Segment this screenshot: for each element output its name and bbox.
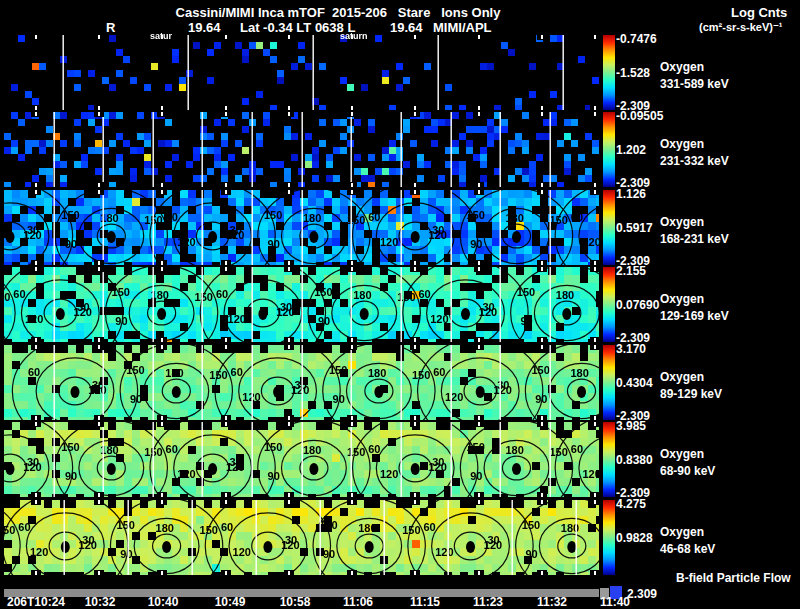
- spectrogram-panel-2: [4, 112, 599, 187]
- time-label-5: 11:06: [343, 595, 373, 609]
- panel-6-energy: 68-90 keV: [660, 464, 715, 478]
- time-label-7: 11:23: [473, 595, 503, 609]
- panel-7-cbar-min: 2.309: [627, 587, 657, 601]
- panel-3-image: [4, 190, 599, 265]
- panel-5-cbar-mid: 0.4304: [616, 376, 653, 390]
- time-label-3: 10:49: [215, 595, 246, 609]
- panel-3-energy: 168-231 keV: [660, 232, 729, 246]
- panel-6-colorbar: [603, 422, 615, 497]
- panel-3-cbar-mid: 0.5917: [616, 221, 653, 235]
- orbit-params: Lat -0.34 LT 0638 L: [240, 20, 355, 35]
- panel-3-cbar-max: 1.126: [616, 187, 646, 201]
- panel-1-energy: 331-589 keV: [660, 77, 729, 91]
- panel-2-energy: 231-332 keV: [660, 154, 729, 168]
- panel-7-cbar-max: 4.275: [616, 497, 646, 511]
- panel-1-colorbar: [603, 35, 615, 110]
- time-label-6: 11:15: [410, 595, 440, 609]
- colorbar-title: Log Cnts: [731, 5, 787, 20]
- panel-5-energy: 89-129 keV: [660, 387, 722, 401]
- bfield-annotation: B-field Particle Flow: [676, 571, 791, 585]
- spectrogram-panel-7: [4, 500, 599, 575]
- page-title: Cassini/MIMI Inca mTOF 2015-206 Stare Io…: [176, 5, 501, 20]
- cassini-mimi-viewer: Cassini/MIMI Inca mTOF 2015-206 Stare Io…: [0, 0, 800, 609]
- panel-7-species: Oxygen: [660, 525, 704, 539]
- panel-6-cbar-mid: 0.8380: [616, 453, 653, 467]
- spectrogram-panel-3: [4, 190, 599, 265]
- panel-1-cbar-mid: -1.528: [616, 66, 650, 80]
- time-label-1: 10:32: [85, 595, 116, 609]
- spectrogram-panel-1: [4, 35, 599, 110]
- panel-2-cbar-max: -0.09505: [616, 109, 663, 123]
- panel-5-image: [4, 345, 599, 420]
- panel-2-species: Oxygen: [660, 137, 704, 151]
- panel-4-energy: 129-169 keV: [660, 309, 729, 323]
- panel-6-cbar-max: 3.985: [616, 419, 646, 433]
- panel-2-cbar-mid: 1.202: [616, 143, 646, 157]
- panel-3-colorbar: [603, 190, 615, 265]
- panel-7-image: [4, 500, 599, 575]
- panel-4-cbar-mid: 0.07690: [616, 298, 659, 312]
- panel-6-species: Oxygen: [660, 447, 704, 461]
- panel-7-cbar-mid: 0.9828: [616, 531, 653, 545]
- time-label-2: 10:40: [148, 595, 179, 609]
- panel-5-cbar-max: 3.170: [616, 342, 646, 356]
- org-label: MIMI/APL: [433, 20, 492, 35]
- panel-4-colorbar: [603, 267, 615, 342]
- panel-7-energy: 46-68 keV: [660, 542, 715, 556]
- l-subscript: saturn: [340, 31, 368, 41]
- r-value: 19.64: [188, 20, 221, 35]
- spectrogram-panel-4: [4, 267, 599, 342]
- panel-7-colorbar: [603, 500, 615, 575]
- panel-1-cbar-max: -0.7476: [616, 32, 657, 46]
- colorbar-units: (cm²-sr-s-keV)⁻¹: [699, 21, 782, 34]
- spectrogram-panel-5: [4, 345, 599, 420]
- panel-4-species: Oxygen: [660, 292, 704, 306]
- time-label-4: 10:58: [280, 595, 311, 609]
- panel-2-image: [4, 112, 599, 187]
- spectrogram-panel-6: [4, 422, 599, 497]
- panel-2-colorbar: [603, 112, 615, 187]
- r-subscript: satur: [150, 31, 172, 41]
- r-label: R: [106, 20, 115, 35]
- panel-1-image: [4, 35, 599, 110]
- panel-5-species: Oxygen: [660, 370, 704, 384]
- panel-5-colorbar: [603, 345, 615, 420]
- panel-3-species: Oxygen: [660, 215, 704, 229]
- time-label-0: 206T10:24: [7, 595, 65, 609]
- time-label-9: 11:40: [600, 595, 630, 609]
- panel-4-cbar-max: 2.155: [616, 264, 646, 278]
- l-value: 19.64: [390, 20, 423, 35]
- panel-4-image: [4, 267, 599, 342]
- time-label-8: 11:32: [537, 595, 567, 609]
- panel-1-species: Oxygen: [660, 60, 704, 74]
- panel-6-image: [4, 422, 599, 497]
